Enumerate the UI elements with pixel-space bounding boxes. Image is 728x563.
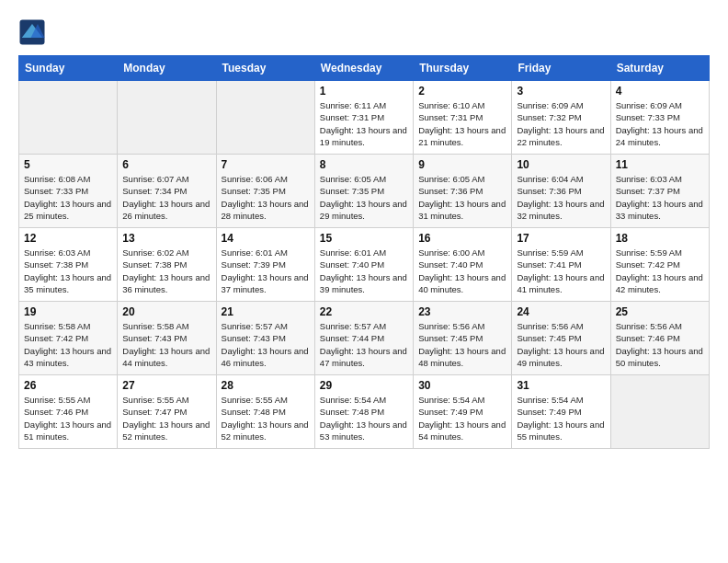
day-number: 10 (517, 158, 605, 171)
day-number: 7 (222, 158, 310, 171)
day-number: 22 (320, 305, 408, 318)
calendar-cell (610, 375, 709, 449)
weekday-header-saturday: Saturday (610, 56, 709, 81)
day-info: Sunrise: 5:59 AM Sunset: 7:42 PM Dayligh… (616, 247, 704, 295)
calendar-cell: 1Sunrise: 6:11 AM Sunset: 7:31 PM Daylig… (314, 81, 413, 155)
day-number: 2 (418, 85, 506, 98)
calendar-cell: 18Sunrise: 5:59 AM Sunset: 7:42 PM Dayli… (610, 228, 709, 302)
day-number: 9 (418, 158, 506, 171)
day-info: Sunrise: 6:01 AM Sunset: 7:40 PM Dayligh… (320, 247, 408, 295)
day-info: Sunrise: 5:55 AM Sunset: 7:46 PM Dayligh… (24, 394, 112, 442)
calendar-cell: 19Sunrise: 5:58 AM Sunset: 7:42 PM Dayli… (19, 302, 118, 375)
day-info: Sunrise: 6:05 AM Sunset: 7:36 PM Dayligh… (418, 173, 506, 222)
calendar-cell: 17Sunrise: 5:59 AM Sunset: 7:41 PM Dayli… (512, 228, 610, 302)
calendar-cell: 29Sunrise: 5:54 AM Sunset: 7:48 PM Dayli… (314, 375, 413, 449)
calendar-week-5: 26Sunrise: 5:55 AM Sunset: 7:46 PM Dayli… (19, 375, 710, 449)
day-info: Sunrise: 5:54 AM Sunset: 7:49 PM Dayligh… (517, 394, 605, 442)
logo-icon (18, 18, 46, 46)
calendar-cell: 23Sunrise: 5:56 AM Sunset: 7:45 PM Dayli… (414, 302, 512, 375)
calendar-cell: 14Sunrise: 6:01 AM Sunset: 7:39 PM Dayli… (216, 228, 314, 302)
calendar-cell: 8Sunrise: 6:05 AM Sunset: 7:35 PM Daylig… (314, 155, 413, 228)
day-info: Sunrise: 6:08 AM Sunset: 7:33 PM Dayligh… (24, 173, 112, 222)
day-info: Sunrise: 5:56 AM Sunset: 7:45 PM Dayligh… (517, 320, 605, 369)
day-info: Sunrise: 6:03 AM Sunset: 7:38 PM Dayligh… (24, 247, 112, 295)
day-number: 24 (517, 305, 605, 318)
calendar-cell: 16Sunrise: 6:00 AM Sunset: 7:40 PM Dayli… (414, 228, 512, 302)
calendar-cell: 21Sunrise: 5:57 AM Sunset: 7:43 PM Dayli… (216, 302, 314, 375)
day-number: 26 (24, 379, 112, 392)
day-info: Sunrise: 5:55 AM Sunset: 7:48 PM Dayligh… (222, 394, 310, 442)
day-number: 20 (122, 305, 210, 318)
day-number: 27 (122, 379, 210, 392)
day-number: 31 (517, 379, 605, 392)
calendar-cell: 26Sunrise: 5:55 AM Sunset: 7:46 PM Dayli… (19, 375, 118, 449)
calendar-week-1: 1Sunrise: 6:11 AM Sunset: 7:31 PM Daylig… (19, 81, 710, 155)
calendar-week-4: 19Sunrise: 5:58 AM Sunset: 7:42 PM Dayli… (19, 302, 710, 375)
day-info: Sunrise: 5:56 AM Sunset: 7:46 PM Dayligh… (616, 320, 704, 369)
page-header (18, 18, 710, 46)
day-number: 15 (320, 232, 408, 245)
calendar-cell: 2Sunrise: 6:10 AM Sunset: 7:31 PM Daylig… (414, 81, 512, 155)
calendar-week-2: 5Sunrise: 6:08 AM Sunset: 7:33 PM Daylig… (19, 155, 710, 228)
calendar-cell: 3Sunrise: 6:09 AM Sunset: 7:32 PM Daylig… (512, 81, 610, 155)
day-number: 5 (24, 158, 112, 171)
calendar-cell: 20Sunrise: 5:58 AM Sunset: 7:43 PM Dayli… (118, 302, 216, 375)
day-number: 14 (222, 232, 310, 245)
day-info: Sunrise: 6:02 AM Sunset: 7:38 PM Dayligh… (122, 247, 210, 295)
day-info: Sunrise: 6:11 AM Sunset: 7:31 PM Dayligh… (320, 99, 408, 148)
calendar-cell: 11Sunrise: 6:03 AM Sunset: 7:37 PM Dayli… (610, 155, 709, 228)
calendar-week-3: 12Sunrise: 6:03 AM Sunset: 7:38 PM Dayli… (19, 228, 710, 302)
day-info: Sunrise: 6:07 AM Sunset: 7:34 PM Dayligh… (122, 173, 210, 222)
day-number: 17 (517, 232, 605, 245)
day-number: 23 (418, 305, 506, 318)
calendar-cell: 15Sunrise: 6:01 AM Sunset: 7:40 PM Dayli… (314, 228, 413, 302)
calendar-cell: 25Sunrise: 5:56 AM Sunset: 7:46 PM Dayli… (610, 302, 709, 375)
day-number: 12 (24, 232, 112, 245)
calendar-cell: 9Sunrise: 6:05 AM Sunset: 7:36 PM Daylig… (414, 155, 512, 228)
calendar-cell: 31Sunrise: 5:54 AM Sunset: 7:49 PM Dayli… (512, 375, 610, 449)
day-number: 21 (222, 305, 310, 318)
day-info: Sunrise: 5:54 AM Sunset: 7:49 PM Dayligh… (418, 394, 506, 442)
calendar-cell (216, 81, 314, 155)
calendar-cell: 7Sunrise: 6:06 AM Sunset: 7:35 PM Daylig… (216, 155, 314, 228)
calendar-cell: 28Sunrise: 5:55 AM Sunset: 7:48 PM Dayli… (216, 375, 314, 449)
day-info: Sunrise: 5:54 AM Sunset: 7:48 PM Dayligh… (320, 394, 408, 442)
day-number: 3 (517, 85, 605, 98)
day-number: 13 (122, 232, 210, 245)
day-info: Sunrise: 6:04 AM Sunset: 7:36 PM Dayligh… (517, 173, 605, 222)
calendar-cell: 30Sunrise: 5:54 AM Sunset: 7:49 PM Dayli… (414, 375, 512, 449)
day-number: 11 (616, 158, 704, 171)
day-number: 8 (320, 158, 408, 171)
day-number: 25 (616, 305, 704, 318)
day-number: 19 (24, 305, 112, 318)
weekday-header-row: SundayMondayTuesdayWednesdayThursdayFrid… (19, 56, 710, 81)
day-number: 1 (320, 85, 408, 98)
day-info: Sunrise: 5:57 AM Sunset: 7:43 PM Dayligh… (222, 320, 310, 369)
day-number: 18 (616, 232, 704, 245)
day-info: Sunrise: 5:55 AM Sunset: 7:47 PM Dayligh… (122, 394, 210, 442)
weekday-header-friday: Friday (512, 56, 610, 81)
calendar-cell: 5Sunrise: 6:08 AM Sunset: 7:33 PM Daylig… (19, 155, 118, 228)
day-number: 29 (320, 379, 408, 392)
weekday-header-sunday: Sunday (19, 56, 118, 81)
day-info: Sunrise: 5:58 AM Sunset: 7:42 PM Dayligh… (24, 320, 112, 369)
day-info: Sunrise: 6:00 AM Sunset: 7:40 PM Dayligh… (418, 247, 506, 295)
calendar-cell: 24Sunrise: 5:56 AM Sunset: 7:45 PM Dayli… (512, 302, 610, 375)
calendar-table: SundayMondayTuesdayWednesdayThursdayFrid… (18, 55, 710, 449)
calendar-cell: 22Sunrise: 5:57 AM Sunset: 7:44 PM Dayli… (314, 302, 413, 375)
calendar-cell: 13Sunrise: 6:02 AM Sunset: 7:38 PM Dayli… (118, 228, 216, 302)
day-info: Sunrise: 6:01 AM Sunset: 7:39 PM Dayligh… (222, 247, 310, 295)
calendar-cell: 4Sunrise: 6:09 AM Sunset: 7:33 PM Daylig… (610, 81, 709, 155)
day-number: 16 (418, 232, 506, 245)
day-info: Sunrise: 5:59 AM Sunset: 7:41 PM Dayligh… (517, 247, 605, 295)
day-number: 6 (122, 158, 210, 171)
day-number: 28 (222, 379, 310, 392)
day-info: Sunrise: 6:09 AM Sunset: 7:33 PM Dayligh… (616, 99, 704, 148)
day-info: Sunrise: 6:10 AM Sunset: 7:31 PM Dayligh… (418, 99, 506, 148)
day-info: Sunrise: 5:58 AM Sunset: 7:43 PM Dayligh… (122, 320, 210, 369)
calendar-cell: 10Sunrise: 6:04 AM Sunset: 7:36 PM Dayli… (512, 155, 610, 228)
weekday-header-tuesday: Tuesday (216, 56, 314, 81)
day-info: Sunrise: 5:56 AM Sunset: 7:45 PM Dayligh… (418, 320, 506, 369)
day-info: Sunrise: 5:57 AM Sunset: 7:44 PM Dayligh… (320, 320, 408, 369)
day-info: Sunrise: 6:09 AM Sunset: 7:32 PM Dayligh… (517, 99, 605, 148)
